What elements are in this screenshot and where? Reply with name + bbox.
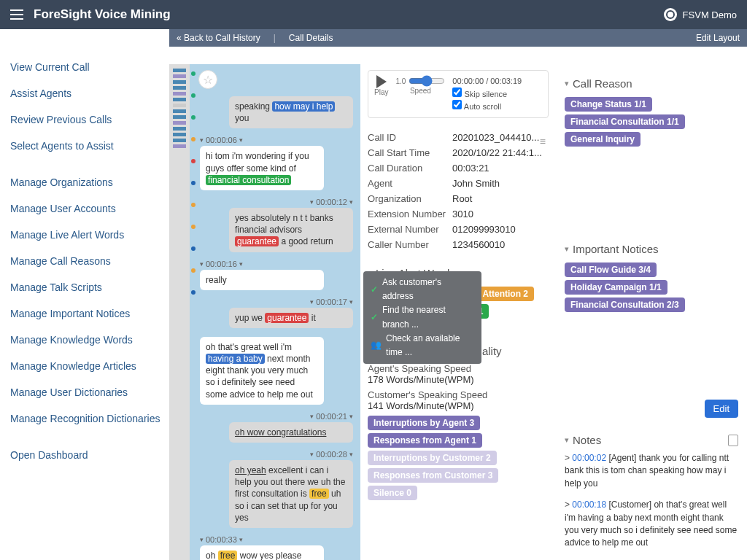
note-item: > 00:00:18 [Customer] oh that's great we… [565,499,738,550]
meta-value: 20201023_044410... [452,132,549,143]
meta-value: 1234560010 [452,239,549,250]
timestamp[interactable]: ▾ 00:00:33 ▾ [200,535,353,544]
popup-row[interactable]: ✓Find the nearest branch ... [371,303,474,331]
page-title: Call Details [289,33,333,43]
speed-value: 1.0 [395,77,406,85]
transcript-panel: ☆ speaking how may i help you▾ 00:00:06 … [169,64,360,560]
notes-title[interactable]: Notes [565,434,738,446]
meta-label: Call Start Time [368,147,452,158]
audio-player: Play 1.0 Speed 00:00:00 / 00:03:19 Skip … [368,70,549,118]
tag[interactable]: Holiday Campaign 1/1 [565,280,667,295]
customer-bubble[interactable]: hi tom i'm wondering if you guys offer s… [200,146,324,190]
meta-menu-icon[interactable]: ≡ [540,136,546,147]
customer-bubble[interactable]: oh that's great well i'm having a baby n… [200,337,324,405]
meta-label: Agent [368,178,452,189]
agent-bubble[interactable]: oh wow congratulations [229,422,353,443]
meta-value: 3010 [452,209,549,219]
tag[interactable]: General Inquiry [565,132,640,147]
important-notices-title[interactable]: Important Notices [565,243,738,255]
timestamp[interactable]: ▾ 00:00:21 ▾ [200,412,353,421]
timestamp[interactable]: ▾ 00:00:06 ▾ [200,136,353,144]
timeline-strip[interactable] [169,64,190,560]
quality-bar: Silence 0 [368,486,417,500]
timestamp[interactable]: ▾ 00:00:17 ▾ [200,298,353,306]
edit-layout-link[interactable]: Edit Layout [696,33,740,43]
skip-silence-checkbox[interactable] [452,88,462,97]
agent-speed-label: Agent's Speaking Speed [368,363,549,374]
sidebar-item[interactable]: Manage Recognition Dictionaries [10,405,169,432]
clipboard-icon[interactable] [728,435,738,446]
call-reason-title[interactable]: Call Reason [565,77,738,90]
user-menu[interactable]: FSVM Demo [664,8,737,21]
note-item: > 00:00:02 [Agent] thank you for calling… [565,452,738,490]
user-icon [664,8,677,21]
customer-bubble[interactable]: oh free wow yes please that's great [200,545,324,560]
quality-bar: Interruptions by Customer 2 [368,451,497,465]
sidebar-item[interactable]: Manage Knowledge Articles [10,353,169,379]
meta-value: 00:03:21 [452,163,549,174]
play-label: Play [374,88,388,96]
sidebar: View Current CallAssist AgentsReview Pre… [0,47,169,560]
sidebar-item[interactable]: Manage Organizations [10,169,169,195]
agent-bubble[interactable]: yes absolutely n t t banks financial adv… [229,208,353,252]
tag[interactable]: Attention 2 [476,287,534,301]
agent-bubble[interactable]: yup we guarantee it [229,308,353,328]
footer-text: © 2019 NTT TechnoCross Corporation [10,557,169,560]
hamburger-icon[interactable] [10,9,23,20]
tag[interactable]: Change Status 1/1 [565,97,652,112]
speed-slider[interactable] [409,75,445,87]
customer-speed-label: Customer's Speaking Speed [368,389,549,400]
sidebar-item[interactable]: View Current Call [10,54,169,80]
meta-label: Call Duration [368,163,452,174]
agent-speed-value: 178 Words/Minute(WPM) [368,374,549,385]
meta-label: Call ID [368,132,452,143]
quality-bar: Responses from Agent 1 [368,433,482,448]
side-panel: Call Reason Change Status 1/1Financial C… [556,64,747,560]
tag[interactable]: Call Flow Guide 3/4 [565,262,657,277]
sidebar-item[interactable]: Manage Call Reasons [10,248,169,274]
action-popup: ✓Ask customer's address✓Find the nearest… [363,271,481,364]
meta-label: Caller Number [368,239,452,250]
agent-bubble[interactable]: oh yeah excellent i can i help you out t… [229,460,353,528]
player-time: 00:00:00 / 00:03:19 [452,75,522,88]
sidebar-item[interactable]: Manage User Dictionaries [10,379,169,405]
popup-row[interactable]: 👥Check an available time ... [371,332,474,359]
sidebar-item[interactable]: Manage Live Alert Words [10,222,169,248]
timestamp[interactable]: ▾ 00:00:12 ▾ [200,198,353,206]
user-name: FSVM Demo [683,9,737,20]
sidebar-item[interactable]: Select Agents to Assist [10,133,169,159]
meta-label: Extension Number [368,209,452,219]
quality-bar: Interruptions by Agent 3 [368,416,480,430]
sidebar-item[interactable]: Open Dashboard [10,442,169,468]
sidebar-item[interactable]: Manage User Accounts [10,195,169,222]
back-link[interactable]: « Back to Call History [177,33,260,43]
favorite-star-button[interactable]: ☆ [198,70,217,89]
popup-row[interactable]: ✓Ask customer's address [371,276,474,303]
top-bar: ForeSight Voice Mining FSVM Demo [0,0,747,29]
quality-bar: Responses from Customer 3 [368,468,498,483]
meta-value: John Smith [452,178,549,189]
play-button[interactable] [376,75,387,88]
agent-bubble[interactable]: speaking how may i help you [229,96,353,128]
call-meta-table: Call ID20201023_044410...Call Start Time… [368,130,549,252]
important-edit-button[interactable]: Edit [705,400,738,418]
sidebar-item[interactable]: Assist Agents [10,80,169,106]
auto-scroll-checkbox[interactable] [452,100,462,109]
timestamp[interactable]: ▾ 00:00:16 ▾ [200,260,353,268]
sidebar-item[interactable]: Review Previous Calls [10,106,169,133]
tag[interactable]: Financial Consultation 2/3 [565,298,685,312]
meta-value: 012099993010 [452,224,549,235]
timestamp[interactable]: ▾ 00:00:28 ▾ [200,450,353,459]
meta-label: External Number [368,224,452,235]
tag[interactable]: Financial Consultation 1/1 [565,114,685,129]
customer-bubble[interactable]: really [200,270,324,290]
sidebar-item[interactable]: Manage Knowledge Words [10,327,169,353]
customer-speed-value: 141 Words/Minute(WPM) [368,400,549,411]
meta-value: 2020/10/22 21:44:1... [452,147,549,158]
meta-label: Organization [368,193,452,204]
marker-strip [190,64,197,560]
sidebar-item[interactable]: Manage Talk Scripts [10,274,169,300]
breadcrumb-bar: « Back to Call History | Call Details Ed… [169,29,747,47]
sidebar-item[interactable]: Manage Important Notices [10,300,169,327]
meta-value: Root [452,193,549,204]
